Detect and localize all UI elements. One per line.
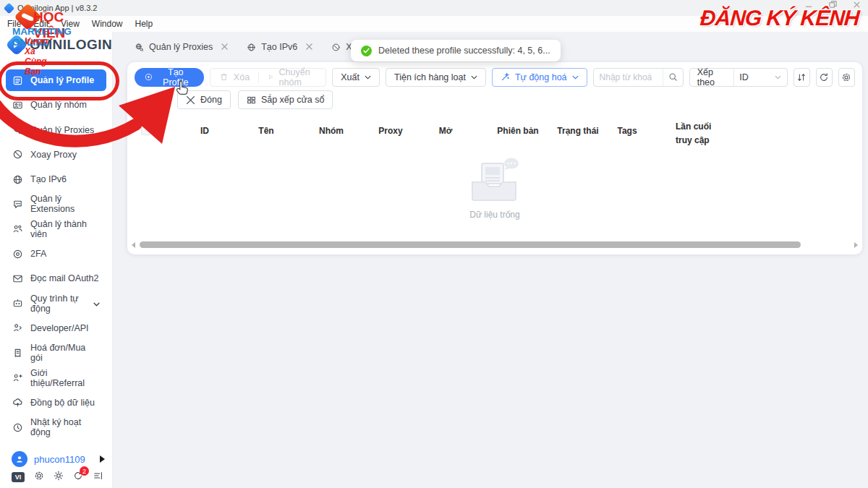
globe-search-icon: [135, 43, 144, 52]
col-open: Mở: [439, 126, 453, 136]
expand-account-icon[interactable]: [100, 455, 105, 463]
slash-circle-icon: [12, 149, 23, 160]
sidebar-item-members[interactable]: Quản lý thành viên: [6, 218, 106, 240]
close-tab-icon[interactable]: [218, 42, 228, 52]
restore-icon[interactable]: [829, 1, 837, 10]
move-group-button[interactable]: Chuyển nhóm: [259, 67, 326, 87]
sort-order-button[interactable]: [793, 68, 810, 87]
sort-by-label: Xếp theo: [690, 67, 733, 87]
chevron-down-icon: [471, 75, 477, 80]
search-input[interactable]: [594, 72, 663, 82]
sidebar-item-proxies[interactable]: Quản lý Proxies: [6, 119, 106, 141]
robot-icon: [12, 298, 23, 309]
arrange-windows-button[interactable]: Sắp xếp cửa sổ: [238, 90, 333, 109]
menu-window[interactable]: Window: [92, 19, 123, 29]
bulk-tools-dropdown[interactable]: Tiện ích hàng loạt: [386, 68, 486, 87]
window-title: Omnilogin App | v8.3.2: [17, 4, 97, 12]
export-dropdown[interactable]: Xuất: [332, 68, 380, 87]
chevron-down-icon: [365, 75, 371, 80]
empty-state-label: Dữ liệu trống: [469, 210, 519, 220]
empty-state: Dữ liệu trống: [127, 158, 862, 220]
sidebar-item-automation[interactable]: Quy trình tự động: [6, 293, 106, 314]
refresh-icon: [819, 72, 829, 82]
create-profile-button[interactable]: Tạo Profile: [135, 68, 204, 87]
sort-field-select[interactable]: ID: [733, 72, 786, 82]
profile-card-icon: [12, 75, 23, 86]
toast-notification: Deleted these profile successfully: 4, 5…: [351, 40, 561, 61]
sidebar-item-extensions[interactable]: Quản lý Extensions: [6, 193, 106, 215]
omnilogin-logo: OMNILOGIN: [9, 37, 112, 53]
col-group: Nhóm: [319, 126, 344, 136]
refresh-button[interactable]: [816, 68, 833, 87]
toast-message: Deleted these profile successfully: 4, 5…: [378, 46, 550, 56]
scroll-right-icon[interactable]: [854, 242, 858, 248]
collapse-sidebar-icon[interactable]: [93, 471, 103, 484]
sidebar-item-2fa[interactable]: 2FA: [6, 243, 106, 265]
language-badge[interactable]: VI: [12, 472, 25, 482]
notification-badge: 2: [80, 466, 89, 476]
delete-button[interactable]: Xóa: [210, 72, 258, 82]
menu-edit[interactable]: Edit: [33, 19, 48, 29]
table-settings-button[interactable]: [838, 68, 855, 87]
plus-circle-icon: [145, 72, 153, 82]
omnilogin-logo-text: OMNILOGIN: [30, 37, 112, 53]
sidebar-nav: Quản lý Profile Quản lý nhóm Quản lý Pro…: [6, 69, 106, 438]
minimize-icon[interactable]: [805, 1, 813, 10]
sort-arrows-icon: [796, 72, 807, 82]
select-all-checkbox[interactable]: [141, 125, 151, 135]
main-area: Quản lý Proxies Tạo IPv6 Xoay P Tạo Prof…: [113, 32, 868, 488]
col-id: ID: [200, 126, 209, 136]
scroll-left-icon[interactable]: [132, 242, 135, 248]
globe-icon: [12, 174, 23, 185]
titlebar: Omnilogin App | v8.3.2: [0, 0, 868, 16]
search-button[interactable]: [663, 69, 683, 86]
col-name: Tên: [258, 126, 273, 136]
window-controls: [805, 1, 861, 10]
close-profiles-button[interactable]: Đóng: [177, 90, 231, 109]
close-tab-icon[interactable]: [302, 42, 312, 52]
speech-bubble-icon: [504, 158, 519, 171]
target-icon: [12, 249, 23, 260]
sidebar-item-profile[interactable]: Quản lý Profile: [6, 69, 106, 91]
tab-ipv6[interactable]: Tạo IPv6: [247, 42, 312, 52]
sidebar-item-groups[interactable]: Quản lý nhóm: [6, 94, 106, 116]
success-check-icon: [361, 46, 372, 56]
id-card-icon: [12, 100, 23, 111]
sidebar-item-sync[interactable]: Đồng bộ dữ liệu: [6, 392, 106, 414]
sidebar-item-billing[interactable]: Hoá đơn/Mua gói: [6, 342, 106, 364]
search-box: [593, 68, 684, 87]
update-refresh-icon[interactable]: 2: [73, 471, 83, 484]
automation-dropdown[interactable]: Tự động hoá: [492, 68, 587, 87]
search-icon: [668, 72, 678, 82]
horizontal-scrollbar[interactable]: [132, 240, 858, 249]
receipt-icon: [12, 348, 23, 359]
col-last-access: Lần cuối truy cập: [676, 120, 728, 147]
toolbar-row-1: Tạo Profile Xóa Chuyển nhóm Xuất: [135, 67, 855, 87]
mail-icon: [12, 273, 23, 284]
sidebar-item-activity-log[interactable]: Nhật ký hoạt động: [6, 416, 106, 438]
tab-proxies[interactable]: Quản lý Proxies: [135, 42, 228, 52]
scrollbar-thumb[interactable]: [140, 241, 801, 248]
menu-bar: File Edit View Window Help: [0, 16, 868, 32]
empty-box-icon: [467, 158, 523, 202]
toolbar-row-2: Đóng Sắp xếp cửa sổ: [135, 90, 333, 109]
menu-help[interactable]: Help: [135, 19, 153, 29]
clock-icon: [12, 422, 23, 433]
sidebar-item-ipv6[interactable]: Tạo IPv6: [6, 168, 106, 190]
sidebar-item-mail-oauth[interactable]: Đọc mail OAuth2: [6, 267, 106, 289]
sidebar-item-developer-api[interactable]: Developer/API: [6, 317, 106, 339]
user-account[interactable]: phucon1109: [12, 450, 105, 468]
users-icon: [12, 223, 23, 234]
referral-icon: [12, 372, 23, 383]
app-window: Omnilogin App | v8.3.2 File Edit View Wi…: [0, 0, 868, 488]
close-icon[interactable]: [853, 1, 861, 10]
sidebar-item-referral[interactable]: Giới thiệu/Referral: [6, 367, 106, 389]
magic-wand-icon: [501, 72, 510, 82]
theme-sun-icon[interactable]: [54, 471, 64, 484]
gear-icon: [841, 72, 851, 82]
disabled-actions-group: Xóa Chuyển nhóm: [210, 68, 326, 87]
menu-file[interactable]: File: [7, 19, 21, 29]
sidebar-item-rotate-proxy[interactable]: Xoay Proxy: [6, 144, 106, 166]
settings-gear-icon[interactable]: [34, 471, 44, 484]
menu-view[interactable]: View: [61, 19, 80, 29]
